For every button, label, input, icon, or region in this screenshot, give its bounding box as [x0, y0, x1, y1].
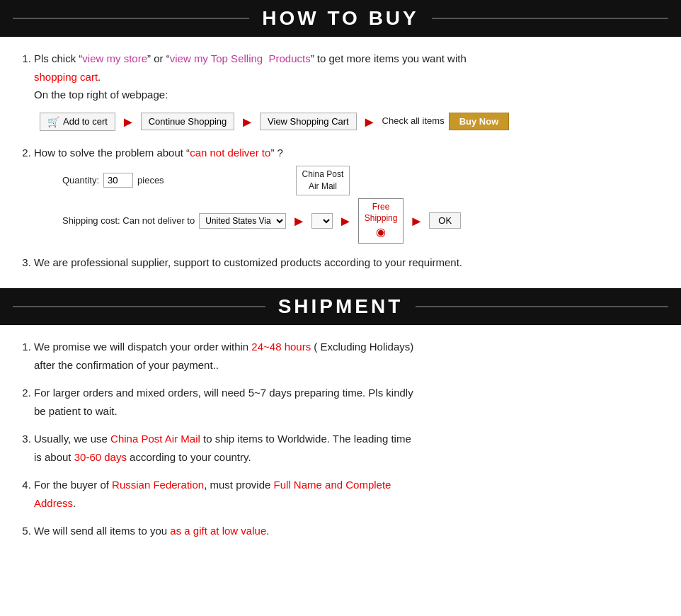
how-to-buy-content: Pls chick “view my store” or “view my To…	[0, 37, 681, 288]
view-my-store-link[interactable]: view my store	[82, 52, 147, 64]
ship-item4-before: For the buyer of	[34, 479, 112, 491]
ship-item1-before: We promise we will dispatch your order w…	[34, 341, 251, 353]
add-to-cart-label: Add to cert	[63, 116, 108, 127]
china-post-air-mail-highlight: China Post Air Mail	[110, 433, 200, 445]
step3-text: We are professional supplier, support to…	[34, 256, 462, 268]
ship-item3-before: Usually, we use	[34, 433, 110, 445]
buy-now-label: Buy Now	[459, 116, 499, 127]
shipment-item-1: We promise we will dispatch your order w…	[34, 338, 661, 374]
shipment-title: SHIPMENT	[278, 295, 404, 318]
shipment-item-5: We will send all items to you as a gift …	[34, 522, 661, 540]
hours-highlight: 24~48 hours	[251, 341, 311, 353]
ship-bottom-row: Shipping cost: Can not deliver to United…	[62, 198, 661, 244]
step2-text-after: ” ?	[270, 147, 283, 159]
step2-text-before: How to solve the problem about “	[34, 147, 190, 159]
ship-item4-middle: , must provide	[204, 479, 273, 491]
shipping-cost-label: Shipping cost: Can not deliver to	[62, 213, 195, 229]
ship-arrow1-icon: ►	[292, 209, 306, 233]
add-to-cart-button[interactable]: 🛒 Add to cert	[40, 113, 115, 131]
how-to-buy-step1: Pls chick “view my store” or “view my To…	[34, 50, 661, 134]
step1-text-before: Pls chick “	[34, 52, 82, 64]
ship-item5-before: We will send all items to you	[34, 525, 170, 537]
step1-subtext: On the top right of webpage:	[34, 89, 168, 101]
arrow3-icon: ►	[362, 110, 377, 134]
quantity-label: Quantity:	[62, 173, 99, 188]
view-shopping-cart-button[interactable]: View Shopping Cart	[260, 113, 357, 130]
buy-steps-row: 🛒 Add to cert ► Continue Shopping ► View…	[40, 110, 661, 134]
quantity-input[interactable]	[103, 173, 133, 188]
buy-now-button[interactable]: Buy Now	[449, 113, 510, 130]
view-top-selling-link[interactable]: view my Top Selling Products	[170, 52, 311, 64]
china-post-box: China Post Air Mail	[296, 166, 350, 195]
arrow2-icon: ►	[240, 110, 254, 134]
how-to-buy-title: HOW TO BUY	[262, 7, 418, 30]
step1-text-or: ” or “	[147, 52, 170, 64]
cart-icon: 🛒	[47, 116, 59, 127]
ship-item5-after: .	[266, 525, 269, 537]
shopping-cart-highlight: shopping cart	[34, 71, 98, 83]
check-all-items-label: Check all items	[382, 113, 445, 129]
view-shopping-cart-label: View Shopping Cart	[268, 116, 349, 127]
ok-button[interactable]: OK	[429, 212, 461, 229]
continue-shopping-button[interactable]: Continue Shopping	[141, 113, 235, 130]
how-to-buy-step3: We are professional supplier, support to…	[34, 253, 661, 272]
ship-item3-after: according to your country.	[127, 451, 251, 463]
russian-federation-highlight: Russian Federation	[112, 479, 204, 491]
how-to-buy-header: HOW TO BUY	[0, 0, 681, 37]
ship-arrow3-icon: ►	[409, 209, 423, 233]
how-to-buy-step2: How to solve the problem about “can not …	[34, 144, 661, 244]
days-highlight: 30-60 days	[74, 451, 127, 463]
gift-highlight: as a gift at low value	[170, 525, 266, 537]
arrow1-icon: ►	[121, 110, 135, 134]
ship-top-row: Quantity: pieces China Post Air Mail	[62, 166, 661, 195]
shipment-header: SHIPMENT	[0, 288, 681, 325]
shipment-item-3: Usually, we use China Post Air Mail to s…	[34, 430, 661, 466]
ship-arrow2-icon: ►	[338, 209, 353, 233]
ship-item4-after: .	[73, 497, 76, 509]
china-post-label: China Post Air Mail	[296, 166, 350, 195]
continue-shopping-label: Continue Shopping	[149, 116, 227, 127]
shipment-item-4: For the buyer of Russian Federation, mus…	[34, 476, 661, 512]
radio-dot-icon: ◉	[376, 226, 386, 238]
shipping-method-select[interactable]	[311, 213, 333, 229]
ship-item2-text: For larger orders and mixed orders, will…	[34, 387, 413, 417]
shipping-diagram: Quantity: pieces China Post Air Mail Shi…	[62, 166, 661, 244]
shipment-content: We promise we will dispatch your order w…	[0, 325, 681, 557]
free-shipping-box: Free Shipping ◉	[358, 198, 404, 244]
can-not-deliver-highlight: can not deliver to	[190, 147, 270, 159]
step1-text-get: ” to get more items you want with	[311, 52, 467, 64]
ship-rows: Quantity: pieces China Post Air Mail Shi…	[62, 166, 661, 244]
shipment-item-2: For larger orders and mixed orders, will…	[34, 384, 661, 420]
shipping-country-select[interactable]: United States Via	[199, 213, 286, 229]
pieces-label: pieces	[137, 173, 164, 188]
